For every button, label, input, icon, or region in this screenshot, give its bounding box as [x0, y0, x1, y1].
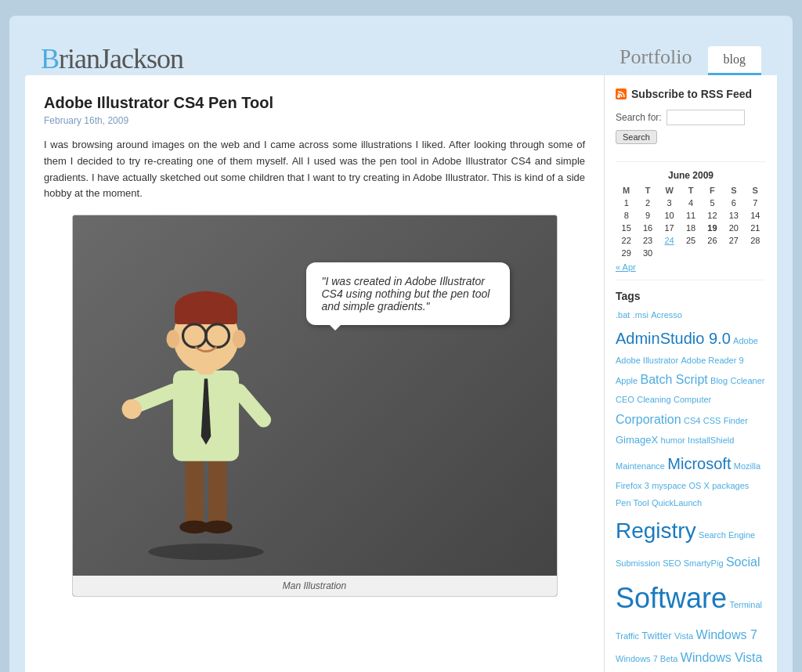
title-b: B [41, 43, 59, 74]
tag-humor[interactable]: humor [661, 435, 685, 445]
search-input[interactable] [667, 110, 745, 125]
tag-adobe-illustrator[interactable]: Adobe Illustrator [616, 356, 678, 365]
cal-header-w: W [659, 184, 681, 197]
cal-header-m: M [616, 184, 637, 197]
figure-container [120, 247, 292, 560]
title-rest: rianJackson [59, 43, 183, 74]
tag-windowsvista[interactable]: Windows Vista [681, 651, 763, 664]
tag-software[interactable]: Software [616, 582, 727, 614]
svg-point-20 [232, 331, 245, 349]
tag-gimagex[interactable]: GimageX [616, 434, 658, 446]
figure-svg [120, 247, 292, 560]
cal-header-s2: S [745, 184, 766, 197]
cal-header-s1: S [723, 184, 744, 197]
svg-point-4 [202, 521, 232, 534]
svg-line-9 [239, 391, 264, 420]
post-title: Adobe Illustrator CS4 Pen Tool [44, 94, 585, 112]
tag-cleaning[interactable]: Cleaning [637, 395, 670, 404]
cal-row-1: 1234567 [616, 197, 766, 209]
tag-windows7beta[interactable]: Windows 7 Beta [616, 654, 677, 663]
tag-pen-tool[interactable]: Pen Tool [616, 498, 649, 508]
tag-adobe[interactable]: Adobe [733, 336, 758, 345]
cal-row-5: 2930 [616, 247, 766, 259]
header: BrianJackson Portfolio blog [25, 31, 777, 75]
svg-rect-1 [185, 453, 203, 527]
article-area: Adobe Illustrator CS4 Pen Tool February … [25, 75, 605, 672]
post-date: February 16th, 2009 [44, 115, 585, 126]
cal-header-f: F [702, 184, 723, 197]
tag-bat[interactable]: .bat [616, 310, 630, 320]
tag-acresso[interactable]: Acresso [651, 310, 682, 320]
tag-smartypig[interactable]: SmartyPig [684, 558, 724, 568]
svg-point-21 [617, 95, 620, 98]
tag-adminstudio[interactable]: AdminStudio 9.0 [616, 330, 731, 347]
tag-ccleaner[interactable]: Ccleaner [730, 376, 764, 385]
illustration-caption: Man Illustration [73, 576, 557, 596]
tag-blog[interactable]: Blog [710, 376, 728, 385]
tag-computer[interactable]: Computer [674, 395, 711, 404]
nav-area: Portfolio blog [604, 39, 761, 75]
svg-rect-2 [208, 453, 226, 527]
tag-maintenance[interactable]: Maintenance [616, 461, 665, 471]
post-body: I was browsing around images on the web … [44, 137, 585, 202]
tag-finder[interactable]: Finder [724, 416, 748, 425]
nav-blog[interactable]: blog [708, 46, 761, 75]
search-button[interactable]: Search [616, 130, 657, 144]
main-content: Adobe Illustrator CS4 Pen Tool February … [25, 75, 777, 672]
svg-point-0 [148, 544, 263, 560]
sidebar: Subscribe to RSS Feed Search for: Search… [605, 75, 777, 672]
illustration-inner: "I was created in Adobe Illustrator CS4 … [73, 215, 557, 576]
tag-vista[interactable]: Vista [674, 631, 693, 641]
tag-packages[interactable]: packages [712, 481, 749, 490]
divider-1 [616, 161, 766, 162]
rss-icon [616, 89, 627, 99]
tags-title: Tags [616, 290, 766, 302]
tag-social[interactable]: Social [726, 555, 760, 569]
illustration-box: "I was created in Adobe Illustrator CS4 … [72, 215, 558, 597]
tags-area: .bat .msi Acresso AdminStudio 9.0 Adobe … [616, 307, 766, 672]
speech-bubble: "I was created in Adobe Illustrator CS4 … [306, 262, 510, 325]
tag-installshield[interactable]: InstallShield [688, 435, 734, 445]
cal-header-t2: T [680, 184, 701, 197]
cal-row-3: 15161718192021 [616, 222, 766, 234]
tag-seo[interactable]: SEO [663, 558, 681, 568]
calendar-title: June 2009 [616, 170, 766, 181]
tag-traffic[interactable]: Traffic [616, 631, 639, 641]
search-row: Search for: [616, 110, 766, 125]
tag-twitter[interactable]: Twitter [641, 630, 671, 641]
tag-batch-script[interactable]: Batch Script [640, 373, 707, 386]
cal-prev-nav[interactable]: « Apr [616, 262, 766, 272]
tag-myspace[interactable]: myspace [652, 481, 686, 490]
rss-title: Subscribe to RSS Feed [616, 88, 766, 100]
tag-adobe-reader[interactable]: Adobe Reader 9 [681, 356, 743, 365]
tag-microsoft[interactable]: Microsoft [667, 455, 731, 472]
cal-link-24[interactable]: 24 [664, 236, 674, 245]
tag-osx[interactable]: OS X [689, 481, 710, 490]
search-label: Search for: [616, 112, 662, 123]
calendar-table: M T W T F S S 1234567 891011121314 [616, 184, 766, 259]
svg-point-8 [121, 399, 141, 419]
tag-windows7[interactable]: Windows 7 [696, 628, 757, 641]
tag-cs4[interactable]: CS4 [684, 416, 700, 425]
tag-corporation[interactable]: Corporation [616, 413, 681, 426]
tag-apple[interactable]: Apple [616, 376, 638, 385]
tag-ceo[interactable]: CEO [616, 395, 634, 404]
cal-row-2: 891011121314 [616, 209, 766, 222]
tag-msi[interactable]: .msi [633, 310, 648, 320]
cal-header-t1: T [637, 184, 658, 197]
svg-rect-13 [175, 308, 237, 324]
outer-wrapper: BrianJackson Portfolio blog Adobe Illust… [9, 16, 793, 672]
divider-2 [616, 280, 766, 280]
nav-portfolio[interactable]: Portfolio [604, 39, 707, 75]
tag-terminal[interactable]: Terminal [729, 600, 762, 609]
svg-point-19 [166, 331, 179, 349]
tag-css[interactable]: CSS [703, 416, 721, 425]
tag-registry[interactable]: Registry [616, 518, 696, 543]
tag-quicklaunch[interactable]: QuickLaunch [652, 498, 702, 508]
rss-label: Subscribe to RSS Feed [631, 88, 752, 100]
site-title: BrianJackson [41, 42, 604, 75]
cal-row-4: 22232425262728 [616, 234, 766, 247]
